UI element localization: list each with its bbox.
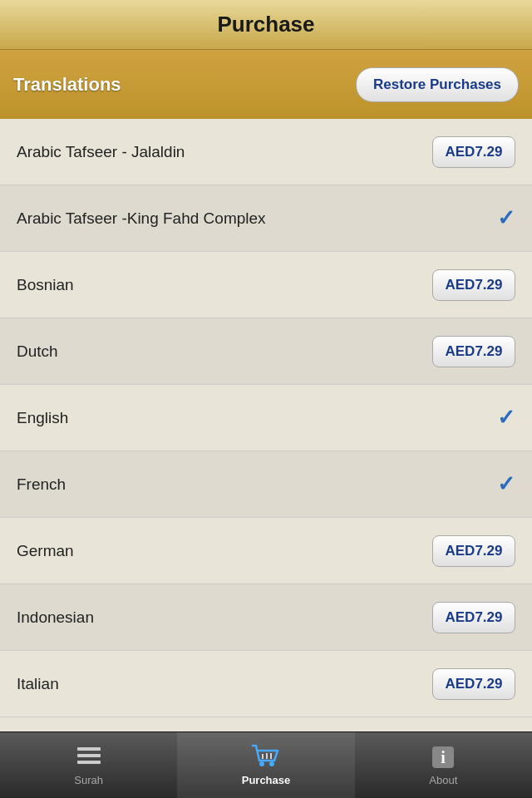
item-name: English xyxy=(17,409,68,427)
item-name: Arabic Tafseer -King Fahd Complex xyxy=(17,209,266,228)
item-name: Arabic Tafseer - Jalaldin xyxy=(17,143,185,161)
tab-surah-label: Surah xyxy=(74,774,103,786)
price-button[interactable]: AED7.29 xyxy=(432,602,515,633)
tab-about[interactable]: i About xyxy=(355,732,532,798)
item-list: Arabic Tafseer - JalaldinAED7.29Arabic T… xyxy=(0,119,532,732)
list-item: IndonesianAED7.29 xyxy=(0,584,532,651)
restore-purchases-button[interactable]: Restore Purchases xyxy=(356,67,519,102)
tab-about-label: About xyxy=(429,774,457,786)
item-name: Dutch xyxy=(17,342,58,361)
sub-header: Translations Restore Purchases xyxy=(0,50,532,119)
page-title: Purchase xyxy=(217,12,314,37)
tab-bar: Surah Purchase i About xyxy=(0,732,532,798)
price-button[interactable]: AED7.29 xyxy=(432,136,515,168)
item-name: Indonesian xyxy=(17,608,94,627)
purchased-checkmark: ✓ xyxy=(497,405,515,431)
translations-label: Translations xyxy=(13,74,121,96)
item-name: Bosnian xyxy=(17,276,74,294)
price-button[interactable]: AED7.29 xyxy=(432,668,515,700)
tab-purchase-label: Purchase xyxy=(242,774,291,786)
price-button[interactable]: AED7.29 xyxy=(432,336,515,367)
list-item: BosnianAED7.29 xyxy=(0,252,532,318)
item-name: French xyxy=(17,475,66,494)
tab-surah[interactable]: Surah xyxy=(0,732,177,798)
title-bar: Purchase xyxy=(0,0,532,50)
svg-rect-2 xyxy=(77,761,101,764)
list-item: GermanAED7.29 xyxy=(0,518,532,584)
list-item: Arabic Tafseer - JalaldinAED7.29 xyxy=(0,119,532,185)
list-item: Arabic Tafseer -King Fahd Complex✓ xyxy=(0,185,532,252)
purchased-checkmark: ✓ xyxy=(497,205,515,231)
list-item: ItalianAED7.29 xyxy=(0,651,532,717)
surah-icon xyxy=(74,744,104,771)
item-name: Italian xyxy=(17,675,59,693)
svg-rect-1 xyxy=(77,754,101,757)
svg-rect-0 xyxy=(77,747,101,751)
item-name: German xyxy=(17,542,74,560)
list-item: French✓ xyxy=(0,451,532,518)
purchased-checkmark: ✓ xyxy=(497,471,515,497)
cart-icon xyxy=(251,744,281,771)
price-button[interactable]: AED7.29 xyxy=(432,535,515,567)
tab-purchase[interactable]: Purchase xyxy=(177,732,354,798)
info-icon: i xyxy=(428,744,458,771)
price-button[interactable]: AED7.29 xyxy=(432,269,515,301)
svg-text:i: i xyxy=(441,748,446,766)
svg-point-3 xyxy=(259,761,264,766)
list-item: DutchAED7.29 xyxy=(0,318,532,385)
svg-point-4 xyxy=(269,761,274,766)
list-item: English✓ xyxy=(0,385,532,451)
